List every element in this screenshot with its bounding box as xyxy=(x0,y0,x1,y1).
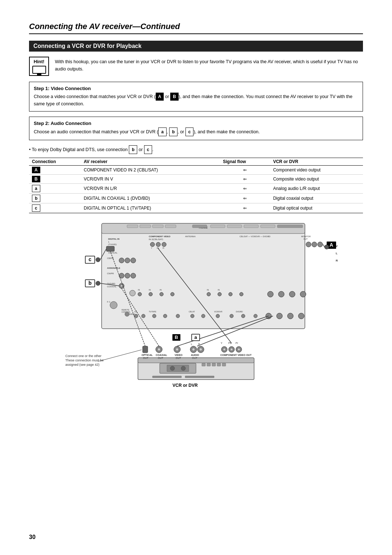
svg-point-49 xyxy=(138,292,142,296)
svg-point-85 xyxy=(254,314,257,318)
svg-point-32 xyxy=(318,242,323,247)
svg-text:ASSIGNABLE: ASSIGNABLE xyxy=(107,267,120,269)
badge-a: a xyxy=(158,127,167,136)
svg-text:MONITOR: MONITOR xyxy=(301,235,311,238)
row-sig-b: ⇐ xyxy=(220,193,270,203)
svg-point-41 xyxy=(131,273,136,278)
page-number: 30 xyxy=(29,534,36,540)
svg-rect-8 xyxy=(211,225,225,228)
badge-B: B xyxy=(170,93,179,101)
svg-text:OUT: OUT xyxy=(143,357,149,359)
svg-rect-16 xyxy=(106,246,114,251)
step1-title: Step 1: Video Connection xyxy=(34,86,358,91)
table-row: A COMPONENT VIDEO IN 2 (CBL/SAT) ⇐ Compo… xyxy=(29,165,363,174)
svg-point-89 xyxy=(298,313,304,319)
svg-rect-3 xyxy=(127,225,138,228)
svg-point-52 xyxy=(171,292,174,296)
svg-rect-6 xyxy=(165,225,176,228)
step2-title: Step 2: Audio Connection xyxy=(34,121,358,126)
svg-text:IN: IN xyxy=(207,289,209,291)
col-vcr-dvr: VCR or DVR xyxy=(270,158,363,165)
row-conn-A: A xyxy=(32,167,40,173)
svg-point-57 xyxy=(218,292,221,296)
svg-text:IN: IN xyxy=(138,289,140,291)
svg-point-45 xyxy=(121,285,123,287)
svg-point-151 xyxy=(324,245,329,249)
svg-text:b: b xyxy=(89,280,92,286)
svg-text:DVD/BD: DVD/BD xyxy=(236,311,243,313)
svg-point-30 xyxy=(306,242,311,247)
svg-point-56 xyxy=(207,292,211,296)
svg-text:COMPONENT VIDEO: COMPONENT VIDEO xyxy=(149,235,171,238)
svg-rect-102 xyxy=(185,376,214,378)
monitor-icon xyxy=(32,66,46,74)
svg-point-77 xyxy=(152,314,156,318)
svg-point-76 xyxy=(142,314,145,318)
svg-rect-12 xyxy=(277,225,303,228)
svg-text:IN: IN xyxy=(218,289,220,291)
table-row: c DIGITAL IN OPTICAL 1 (TV/TAPE) ⇐ Digit… xyxy=(29,203,363,213)
row-vcr-A: Component video output xyxy=(270,165,363,174)
svg-text:OUT: OUT xyxy=(158,357,164,359)
svg-point-147 xyxy=(96,258,100,262)
hint-box: Hint! With this hookup, you can use the … xyxy=(29,57,363,76)
svg-text:VCR/DVR: VCR/DVR xyxy=(214,311,222,313)
table-row: B VCR/DVR IN V ⇐ Composite video output xyxy=(29,174,363,183)
svg-text:OUT: OUT xyxy=(176,357,181,359)
connection-table: Connection AV receiver Signal flow VCR o… xyxy=(29,158,363,213)
svg-text:IN: IN xyxy=(160,289,162,291)
badge-c-bullet: c xyxy=(144,145,152,154)
page-title: Connecting the AV receiver—Continued xyxy=(29,22,363,34)
badge-A: A xyxy=(156,93,164,101)
svg-rect-101 xyxy=(152,376,181,378)
svg-text:A: A xyxy=(330,242,333,248)
row-conn-a: a xyxy=(32,185,40,192)
svg-rect-103 xyxy=(143,346,148,353)
svg-point-69 xyxy=(125,312,129,316)
svg-point-65 xyxy=(110,301,117,309)
svg-text:TV/TAPE: TV/TAPE xyxy=(149,311,156,313)
svg-point-149 xyxy=(96,281,100,285)
svg-point-22 xyxy=(162,242,166,247)
svg-text:R: R xyxy=(336,259,338,262)
svg-point-53 xyxy=(130,290,135,296)
svg-text:IN 2(CBL/SAT): IN 2(CBL/SAT) xyxy=(149,238,163,240)
svg-point-82 xyxy=(216,314,220,318)
svg-point-81 xyxy=(201,314,205,318)
svg-rect-10 xyxy=(244,225,258,228)
svg-line-160 xyxy=(98,350,142,361)
table-row: a VCR/DVR IN L/R ⇐ Analog audio L/R outp… xyxy=(29,183,363,193)
svg-rect-96 xyxy=(202,363,205,366)
svg-text:assigned (see page 42): assigned (see page 42) xyxy=(65,363,99,366)
svg-text:Pr: Pr xyxy=(236,342,238,344)
row-sig-c: ⇐ xyxy=(220,203,270,213)
row-conn-B: B xyxy=(32,176,40,182)
svg-text:a: a xyxy=(194,335,197,340)
table-row: b DIGITAL IN COAXIAL 1 (DVD/BD) ⇐ Digita… xyxy=(29,193,363,203)
col-connection: Connection xyxy=(29,158,81,165)
svg-rect-11 xyxy=(261,225,275,228)
badge-b: b xyxy=(169,127,177,136)
step2-box: Step 2: Audio Connection Choose an audio… xyxy=(29,117,363,140)
svg-point-125 xyxy=(230,348,233,351)
col-signal-flow: Signal flow xyxy=(220,158,270,165)
svg-text:COAXIAL: COAXIAL xyxy=(107,285,117,288)
svg-text:L: L xyxy=(336,252,338,255)
svg-point-34 xyxy=(119,258,124,263)
svg-text:COMPONENT VIDEO OUT: COMPONENT VIDEO OUT xyxy=(220,354,252,356)
row-vcr-a: Analog audio L/R output xyxy=(270,183,363,193)
svg-text:DIGITAL IN: DIGITAL IN xyxy=(108,238,119,240)
svg-point-95 xyxy=(181,366,185,370)
svg-text:B: B xyxy=(175,335,178,340)
svg-point-127 xyxy=(238,348,240,351)
svg-text:AUDIO: AUDIO xyxy=(191,354,199,356)
step1-box: Step 1: Video Connection Choose a video … xyxy=(29,82,363,112)
row-av-c: DIGITAL IN OPTICAL 1 (TV/TAPE) xyxy=(81,203,220,213)
svg-text:VIDEO: VIDEO xyxy=(175,354,183,356)
svg-point-60 xyxy=(268,291,273,297)
svg-point-118 xyxy=(199,348,202,351)
svg-rect-99 xyxy=(217,363,221,366)
svg-rect-98 xyxy=(212,363,216,366)
svg-text:IN: IN xyxy=(149,289,151,291)
row-vcr-c: Digital optical output xyxy=(270,203,363,213)
